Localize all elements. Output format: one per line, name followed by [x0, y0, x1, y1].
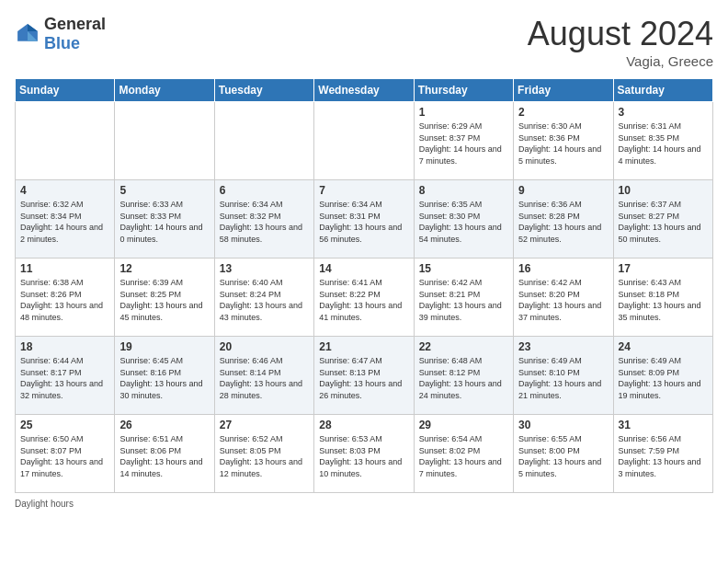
- calendar-day-cell: 8Sunrise: 6:35 AM Sunset: 8:30 PM Daylig…: [414, 180, 513, 259]
- logo: General Blue: [15, 15, 106, 53]
- weekday-header-cell: Saturday: [613, 79, 712, 102]
- day-info: Sunrise: 6:36 AM Sunset: 8:28 PM Dayligh…: [518, 199, 608, 245]
- calendar-day-cell: 5Sunrise: 6:33 AM Sunset: 8:33 PM Daylig…: [115, 180, 214, 259]
- calendar-day-cell: 1Sunrise: 6:29 AM Sunset: 8:37 PM Daylig…: [414, 102, 513, 180]
- day-number: 29: [419, 419, 508, 431]
- day-info: Sunrise: 6:47 AM Sunset: 8:13 PM Dayligh…: [319, 355, 408, 401]
- day-info: Sunrise: 6:31 AM Sunset: 8:35 PM Dayligh…: [619, 121, 708, 167]
- calendar-day-cell: 12Sunrise: 6:39 AM Sunset: 8:25 PM Dayli…: [115, 259, 214, 337]
- weekday-header-cell: Wednesday: [314, 79, 414, 102]
- day-number: 20: [220, 340, 309, 353]
- day-info: Sunrise: 6:42 AM Sunset: 8:21 PM Dayligh…: [419, 277, 508, 323]
- weekday-header-cell: Tuesday: [214, 79, 313, 102]
- day-number: 25: [20, 419, 109, 431]
- day-info: Sunrise: 6:38 AM Sunset: 8:26 PM Dayligh…: [20, 277, 109, 323]
- calendar-day-cell: 6Sunrise: 6:34 AM Sunset: 8:32 PM Daylig…: [214, 180, 313, 259]
- day-number: 10: [619, 184, 708, 197]
- calendar-week-row: 18Sunrise: 6:44 AM Sunset: 8:17 PM Dayli…: [16, 337, 713, 415]
- page-header: General Blue August 2024 Vagia, Greece: [15, 15, 713, 69]
- calendar-day-cell: 13Sunrise: 6:40 AM Sunset: 8:24 PM Dayli…: [214, 259, 313, 337]
- calendar-day-cell: 11Sunrise: 6:38 AM Sunset: 8:26 PM Dayli…: [16, 259, 115, 337]
- calendar-week-row: 25Sunrise: 6:50 AM Sunset: 8:07 PM Dayli…: [16, 415, 713, 493]
- calendar-day-cell: 10Sunrise: 6:37 AM Sunset: 8:27 PM Dayli…: [613, 180, 712, 259]
- day-number: 11: [20, 262, 109, 275]
- day-number: 17: [619, 262, 708, 275]
- logo-icon: [15, 21, 40, 47]
- day-info: Sunrise: 6:56 AM Sunset: 7:59 PM Dayligh…: [619, 433, 708, 479]
- day-number: 5: [119, 184, 209, 197]
- calendar-day-cell: 2Sunrise: 6:30 AM Sunset: 8:36 PM Daylig…: [514, 102, 613, 180]
- calendar-day-cell: 22Sunrise: 6:48 AM Sunset: 8:12 PM Dayli…: [414, 337, 513, 415]
- day-number: 31: [619, 419, 708, 431]
- calendar-day-cell: 28Sunrise: 6:53 AM Sunset: 8:03 PM Dayli…: [314, 415, 414, 493]
- day-info: Sunrise: 6:42 AM Sunset: 8:20 PM Dayligh…: [518, 277, 608, 323]
- day-info: Sunrise: 6:45 AM Sunset: 8:16 PM Dayligh…: [119, 355, 209, 401]
- day-number: 9: [518, 184, 608, 197]
- logo-general: General: [44, 15, 106, 33]
- calendar-day-cell: [115, 102, 214, 180]
- day-number: 2: [518, 106, 608, 119]
- day-info: Sunrise: 6:32 AM Sunset: 8:34 PM Dayligh…: [20, 199, 109, 245]
- svg-marker-1: [28, 24, 38, 31]
- weekday-header-row: SundayMondayTuesdayWednesdayThursdayFrid…: [16, 79, 713, 102]
- calendar-day-cell: 15Sunrise: 6:42 AM Sunset: 8:21 PM Dayli…: [414, 259, 513, 337]
- day-number: 1: [419, 106, 508, 119]
- title-block: August 2024 Vagia, Greece: [528, 15, 713, 69]
- month-title: August 2024: [528, 15, 713, 53]
- calendar-day-cell: 19Sunrise: 6:45 AM Sunset: 8:16 PM Dayli…: [115, 337, 214, 415]
- day-info: Sunrise: 6:49 AM Sunset: 8:09 PM Dayligh…: [619, 355, 708, 401]
- day-number: 13: [220, 262, 309, 275]
- day-info: Sunrise: 6:54 AM Sunset: 8:02 PM Dayligh…: [419, 433, 508, 479]
- calendar-day-cell: 21Sunrise: 6:47 AM Sunset: 8:13 PM Dayli…: [314, 337, 414, 415]
- day-info: Sunrise: 6:39 AM Sunset: 8:25 PM Dayligh…: [119, 277, 209, 323]
- day-info: Sunrise: 6:52 AM Sunset: 8:05 PM Dayligh…: [220, 433, 309, 479]
- calendar-day-cell: 24Sunrise: 6:49 AM Sunset: 8:09 PM Dayli…: [613, 337, 712, 415]
- calendar-day-cell: 23Sunrise: 6:49 AM Sunset: 8:10 PM Dayli…: [514, 337, 613, 415]
- calendar-week-row: 4Sunrise: 6:32 AM Sunset: 8:34 PM Daylig…: [16, 180, 713, 259]
- day-info: Sunrise: 6:41 AM Sunset: 8:22 PM Dayligh…: [319, 277, 408, 323]
- day-info: Sunrise: 6:43 AM Sunset: 8:18 PM Dayligh…: [619, 277, 708, 323]
- calendar-day-cell: 18Sunrise: 6:44 AM Sunset: 8:17 PM Dayli…: [16, 337, 115, 415]
- day-number: 23: [518, 340, 608, 353]
- day-number: 15: [419, 262, 508, 275]
- day-info: Sunrise: 6:40 AM Sunset: 8:24 PM Dayligh…: [220, 277, 309, 323]
- day-info: Sunrise: 6:29 AM Sunset: 8:37 PM Dayligh…: [419, 121, 508, 167]
- calendar-day-cell: 30Sunrise: 6:55 AM Sunset: 8:00 PM Dayli…: [514, 415, 613, 493]
- calendar-body: 1Sunrise: 6:29 AM Sunset: 8:37 PM Daylig…: [16, 102, 713, 493]
- day-info: Sunrise: 6:35 AM Sunset: 8:30 PM Dayligh…: [419, 199, 508, 245]
- calendar-day-cell: 27Sunrise: 6:52 AM Sunset: 8:05 PM Dayli…: [214, 415, 313, 493]
- calendar-day-cell: 16Sunrise: 6:42 AM Sunset: 8:20 PM Dayli…: [514, 259, 613, 337]
- calendar-day-cell: [314, 102, 414, 180]
- calendar-day-cell: 4Sunrise: 6:32 AM Sunset: 8:34 PM Daylig…: [16, 180, 115, 259]
- day-number: 22: [419, 340, 508, 353]
- calendar-day-cell: [214, 102, 313, 180]
- day-number: 16: [518, 262, 608, 275]
- calendar-week-row: 11Sunrise: 6:38 AM Sunset: 8:26 PM Dayli…: [16, 259, 713, 337]
- day-number: 4: [20, 184, 109, 197]
- day-number: 8: [419, 184, 508, 197]
- day-number: 30: [518, 419, 608, 431]
- calendar-day-cell: 7Sunrise: 6:34 AM Sunset: 8:31 PM Daylig…: [314, 180, 414, 259]
- location-title: Vagia, Greece: [528, 53, 713, 69]
- day-number: 3: [619, 106, 708, 119]
- day-info: Sunrise: 6:48 AM Sunset: 8:12 PM Dayligh…: [419, 355, 508, 401]
- day-info: Sunrise: 6:50 AM Sunset: 8:07 PM Dayligh…: [20, 433, 109, 479]
- day-info: Sunrise: 6:55 AM Sunset: 8:00 PM Dayligh…: [518, 433, 608, 479]
- calendar-day-cell: 14Sunrise: 6:41 AM Sunset: 8:22 PM Dayli…: [314, 259, 414, 337]
- calendar-day-cell: 20Sunrise: 6:46 AM Sunset: 8:14 PM Dayli…: [214, 337, 313, 415]
- calendar-day-cell: 25Sunrise: 6:50 AM Sunset: 8:07 PM Dayli…: [16, 415, 115, 493]
- day-info: Sunrise: 6:34 AM Sunset: 8:32 PM Dayligh…: [220, 199, 309, 245]
- day-number: 27: [220, 419, 309, 431]
- footer-note: Daylight hours: [15, 499, 713, 509]
- logo-text: General Blue: [44, 15, 106, 53]
- calendar-week-row: 1Sunrise: 6:29 AM Sunset: 8:37 PM Daylig…: [16, 102, 713, 180]
- weekday-header-cell: Sunday: [16, 79, 115, 102]
- weekday-header-cell: Friday: [514, 79, 613, 102]
- day-info: Sunrise: 6:30 AM Sunset: 8:36 PM Dayligh…: [518, 121, 608, 167]
- day-info: Sunrise: 6:46 AM Sunset: 8:14 PM Dayligh…: [220, 355, 309, 401]
- calendar-day-cell: [16, 102, 115, 180]
- day-info: Sunrise: 6:49 AM Sunset: 8:10 PM Dayligh…: [518, 355, 608, 401]
- day-number: 6: [220, 184, 309, 197]
- day-number: 12: [119, 262, 209, 275]
- day-info: Sunrise: 6:33 AM Sunset: 8:33 PM Dayligh…: [119, 199, 209, 245]
